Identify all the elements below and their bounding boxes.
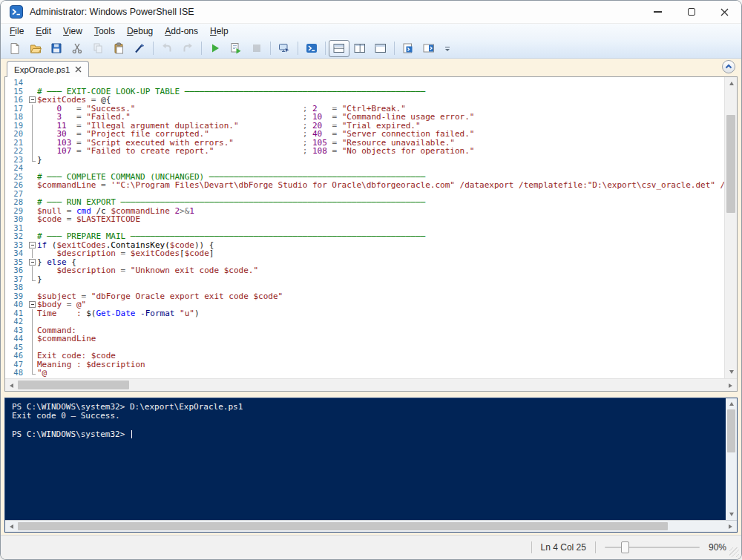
show-command-window-icon bbox=[423, 42, 435, 54]
maximize-icon bbox=[688, 8, 695, 16]
scroll-right-button[interactable] bbox=[724, 379, 737, 392]
menu-item-file[interactable]: File bbox=[4, 24, 30, 38]
editor-hscroll-thumb[interactable] bbox=[18, 381, 129, 389]
editor-hscroll-track[interactable] bbox=[18, 379, 724, 391]
new-remote-powershell-tab-button[interactable] bbox=[274, 40, 295, 57]
console-scroll-down-button[interactable] bbox=[726, 509, 737, 520]
code-text: "@ bbox=[37, 369, 724, 378]
code-line: 39$subject = "dbForge Oracle export exit… bbox=[5, 292, 724, 301]
menu-item-debug[interactable]: Debug bbox=[121, 24, 159, 38]
console-vscroll-track[interactable] bbox=[726, 409, 737, 509]
zoom-slider-thumb[interactable] bbox=[621, 541, 629, 553]
fold-collapse-icon[interactable] bbox=[27, 96, 37, 105]
fold-gutter bbox=[27, 147, 37, 156]
script-pane: 1415# ─── EXIT-CODE LOOK-UP TABLE ──────… bbox=[4, 76, 738, 392]
scroll-left-button[interactable] bbox=[5, 379, 18, 392]
status-divider bbox=[595, 541, 596, 553]
new-script-button[interactable] bbox=[4, 40, 25, 57]
cut-button[interactable] bbox=[67, 40, 88, 57]
maximize-button[interactable] bbox=[674, 1, 708, 23]
redo-button[interactable] bbox=[177, 40, 198, 57]
script-pane-maximized-icon bbox=[375, 42, 387, 54]
triangle-down-icon bbox=[729, 370, 734, 374]
new-remote-powershell-tab-icon bbox=[278, 42, 290, 54]
script-pane-maximized-button[interactable] bbox=[370, 40, 391, 57]
menu-item-view[interactable]: View bbox=[57, 24, 88, 38]
paste-button[interactable] bbox=[108, 40, 129, 57]
clear-console-button[interactable] bbox=[129, 40, 150, 57]
powershell-ise-window: Administrator: Windows PowerShell ISE Fi… bbox=[0, 0, 742, 560]
console-hscroll-thumb[interactable] bbox=[18, 522, 668, 530]
fold-gutter bbox=[27, 122, 37, 131]
script-pane-right-button[interactable] bbox=[349, 40, 370, 57]
collapse-script-pane-button[interactable] bbox=[722, 60, 735, 73]
toolbar bbox=[1, 39, 741, 59]
code-line: 35} else { bbox=[5, 258, 724, 267]
scroll-up-button[interactable] bbox=[725, 77, 737, 90]
editor-vscroll-thumb[interactable] bbox=[726, 115, 735, 213]
close-button[interactable] bbox=[708, 1, 741, 23]
zoom-slider[interactable] bbox=[605, 541, 700, 554]
console-vscroll-thumb[interactable] bbox=[727, 409, 735, 452]
tab-close-icon[interactable] bbox=[75, 66, 82, 73]
minimize-button[interactable] bbox=[641, 1, 674, 23]
fold-gutter bbox=[27, 164, 37, 173]
zoom-slider-track[interactable] bbox=[605, 547, 700, 548]
console-scroll-up-button[interactable] bbox=[726, 398, 737, 409]
undo-button[interactable] bbox=[157, 40, 177, 57]
editor-horizontal-scrollbar bbox=[5, 378, 737, 391]
stop-operation-button[interactable] bbox=[246, 40, 267, 57]
scroll-down-button[interactable] bbox=[725, 366, 737, 378]
fold-gutter bbox=[27, 139, 37, 148]
save-script-button[interactable] bbox=[46, 40, 67, 57]
editor-vscroll-track[interactable] bbox=[725, 90, 737, 366]
script-pane-right-icon bbox=[354, 42, 366, 54]
line-number: 34 bbox=[5, 249, 27, 258]
console-scroll-left-button[interactable] bbox=[5, 521, 18, 532]
line-number: 42 bbox=[5, 317, 27, 326]
line-number: 40 bbox=[5, 300, 27, 309]
console-output[interactable]: PS C:\WINDOWS\system32> D:\export\ExpOra… bbox=[5, 398, 726, 520]
triangle-right-icon bbox=[729, 383, 732, 388]
console-scroll-right-button[interactable] bbox=[724, 521, 737, 532]
menu-item-help[interactable]: Help bbox=[204, 24, 234, 38]
fold-gutter bbox=[27, 266, 37, 275]
new-powershell-tab-button[interactable] bbox=[398, 40, 418, 57]
code-text: $null = cmd /c $commandLine 2>&1 bbox=[37, 207, 724, 216]
toolbar-overflow-button[interactable] bbox=[439, 40, 460, 57]
code-text: $exitCodes = @{ bbox=[37, 96, 724, 105]
menu-item-addons[interactable]: Add-ons bbox=[159, 24, 204, 38]
cursor-position: Ln 4 Col 25 bbox=[541, 542, 586, 553]
start-powershell-button[interactable] bbox=[301, 40, 322, 57]
line-number: 36 bbox=[5, 266, 27, 275]
code-line: 40$body = @" bbox=[5, 300, 724, 309]
script-pane-top-button[interactable] bbox=[329, 40, 349, 57]
copy-icon bbox=[92, 42, 104, 54]
line-number: 22 bbox=[5, 147, 27, 156]
fold-gutter bbox=[27, 249, 37, 258]
menu-item-edit[interactable]: Edit bbox=[30, 24, 57, 38]
show-command-window-button[interactable] bbox=[418, 40, 439, 57]
resize-grip[interactable] bbox=[729, 547, 739, 557]
stop-operation-icon bbox=[251, 42, 263, 54]
copy-button[interactable] bbox=[88, 40, 108, 57]
code-line: 33if ($exitCodes.ContainsKey($code)) { bbox=[5, 241, 724, 250]
chevron-up-icon bbox=[725, 64, 732, 70]
code-line: 34 $description = $exitCodes[$code] bbox=[5, 249, 724, 258]
script-tab-exporacle[interactable]: ExpOracle.ps1 bbox=[7, 61, 89, 77]
script-pane-top-icon bbox=[333, 42, 345, 54]
save-script-icon bbox=[50, 42, 62, 54]
code-line: 44$commandLine bbox=[5, 335, 724, 343]
fold-collapse-icon[interactable] bbox=[27, 300, 37, 309]
fold-collapse-icon[interactable] bbox=[27, 241, 37, 250]
run-script-button[interactable] bbox=[205, 40, 226, 57]
fold-collapse-icon[interactable] bbox=[27, 258, 37, 267]
console-hscroll-track[interactable] bbox=[18, 521, 724, 532]
open-script-button[interactable] bbox=[25, 40, 46, 57]
menu-item-tools[interactable]: Tools bbox=[88, 24, 121, 38]
code-line: 23} bbox=[5, 156, 724, 165]
run-selection-button[interactable] bbox=[226, 40, 246, 57]
code-lines[interactable]: 1415# ─── EXIT-CODE LOOK-UP TABLE ──────… bbox=[5, 77, 724, 378]
clear-console-icon bbox=[134, 42, 145, 54]
code-line: 48"@ bbox=[5, 369, 724, 378]
